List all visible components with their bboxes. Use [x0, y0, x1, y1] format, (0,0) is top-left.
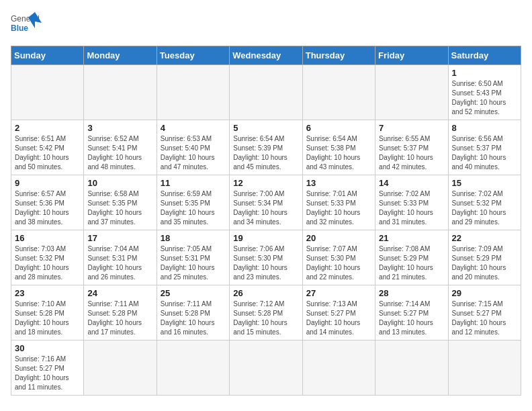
calendar-cell — [11, 65, 84, 120]
calendar-cell — [230, 65, 302, 120]
day-number: 23 — [15, 288, 80, 298]
header-day-friday: Friday — [375, 46, 448, 65]
logo-svg: General Blue — [11, 11, 44, 40]
logo: General Blue — [11, 11, 44, 40]
header: General Blue — [11, 11, 521, 40]
calendar-cell: 1Sunrise: 6:50 AM Sunset: 5:43 PM Daylig… — [448, 65, 521, 120]
calendar-cell: 16Sunrise: 7:03 AM Sunset: 5:32 PM Dayli… — [11, 230, 84, 285]
day-number: 8 — [452, 123, 517, 133]
calendar-cell: 11Sunrise: 6:59 AM Sunset: 5:35 PM Dayli… — [157, 175, 229, 230]
day-number: 9 — [15, 178, 80, 188]
day-info: Sunrise: 6:54 AM Sunset: 5:39 PM Dayligh… — [233, 134, 298, 172]
day-number: 6 — [306, 123, 371, 133]
calendar: SundayMondayTuesdayWednesdayThursdayFrid… — [11, 46, 521, 396]
day-info: Sunrise: 7:14 AM Sunset: 5:27 PM Dayligh… — [379, 300, 444, 337]
calendar-cell: 29Sunrise: 7:15 AM Sunset: 5:27 PM Dayli… — [448, 285, 521, 340]
day-number: 7 — [379, 123, 444, 133]
calendar-cell — [448, 340, 521, 396]
header-day-tuesday: Tuesday — [157, 46, 229, 65]
calendar-cell: 14Sunrise: 7:02 AM Sunset: 5:33 PM Dayli… — [375, 175, 448, 230]
header-day-saturday: Saturday — [448, 46, 521, 65]
calendar-cell: 26Sunrise: 7:12 AM Sunset: 5:28 PM Dayli… — [230, 285, 302, 340]
header-day-sunday: Sunday — [11, 46, 84, 65]
day-number: 28 — [379, 288, 444, 298]
day-info: Sunrise: 7:04 AM Sunset: 5:31 PM Dayligh… — [87, 244, 152, 282]
day-number: 16 — [15, 233, 80, 243]
calendar-cell — [84, 340, 157, 396]
calendar-cell: 21Sunrise: 7:08 AM Sunset: 5:29 PM Dayli… — [375, 230, 448, 285]
day-number: 2 — [15, 123, 80, 133]
day-number: 20 — [306, 233, 371, 243]
calendar-cell: 25Sunrise: 7:11 AM Sunset: 5:28 PM Dayli… — [157, 285, 229, 340]
day-info: Sunrise: 6:56 AM Sunset: 5:37 PM Dayligh… — [452, 134, 517, 172]
calendar-cell: 8Sunrise: 6:56 AM Sunset: 5:37 PM Daylig… — [448, 120, 521, 175]
day-info: Sunrise: 6:55 AM Sunset: 5:37 PM Dayligh… — [379, 134, 444, 172]
calendar-cell — [84, 65, 157, 120]
day-info: Sunrise: 6:57 AM Sunset: 5:36 PM Dayligh… — [15, 189, 80, 227]
day-number: 25 — [161, 288, 226, 298]
day-number: 27 — [306, 288, 371, 298]
calendar-cell: 23Sunrise: 7:10 AM Sunset: 5:28 PM Dayli… — [11, 285, 84, 340]
calendar-cell — [230, 340, 302, 396]
calendar-cell: 28Sunrise: 7:14 AM Sunset: 5:27 PM Dayli… — [375, 285, 448, 340]
day-number: 4 — [161, 123, 226, 133]
day-info: Sunrise: 7:13 AM Sunset: 5:27 PM Dayligh… — [306, 300, 371, 337]
calendar-cell: 2Sunrise: 6:51 AM Sunset: 5:42 PM Daylig… — [11, 120, 84, 175]
svg-text:Blue: Blue — [11, 24, 28, 33]
calendar-cell: 24Sunrise: 7:11 AM Sunset: 5:28 PM Dayli… — [84, 285, 157, 340]
day-number: 18 — [161, 233, 226, 243]
header-day-monday: Monday — [84, 46, 157, 65]
calendar-cell: 7Sunrise: 6:55 AM Sunset: 5:37 PM Daylig… — [375, 120, 448, 175]
calendar-cell: 19Sunrise: 7:06 AM Sunset: 5:30 PM Dayli… — [230, 230, 302, 285]
calendar-cell — [157, 65, 229, 120]
calendar-cell: 15Sunrise: 7:02 AM Sunset: 5:32 PM Dayli… — [448, 175, 521, 230]
calendar-cell: 17Sunrise: 7:04 AM Sunset: 5:31 PM Dayli… — [84, 230, 157, 285]
day-number: 14 — [379, 178, 444, 188]
day-number: 11 — [161, 178, 226, 188]
day-info: Sunrise: 7:11 AM Sunset: 5:28 PM Dayligh… — [87, 300, 152, 337]
day-info: Sunrise: 7:09 AM Sunset: 5:29 PM Dayligh… — [452, 244, 517, 282]
day-info: Sunrise: 7:05 AM Sunset: 5:31 PM Dayligh… — [161, 244, 226, 282]
day-info: Sunrise: 7:00 AM Sunset: 5:34 PM Dayligh… — [233, 189, 298, 227]
day-number: 10 — [87, 178, 152, 188]
calendar-cell: 18Sunrise: 7:05 AM Sunset: 5:31 PM Dayli… — [157, 230, 229, 285]
day-info: Sunrise: 7:11 AM Sunset: 5:28 PM Dayligh… — [161, 300, 226, 337]
calendar-cell — [302, 340, 375, 396]
calendar-cell: 9Sunrise: 6:57 AM Sunset: 5:36 PM Daylig… — [11, 175, 84, 230]
calendar-cell: 3Sunrise: 6:52 AM Sunset: 5:41 PM Daylig… — [84, 120, 157, 175]
calendar-cell: 4Sunrise: 6:53 AM Sunset: 5:40 PM Daylig… — [157, 120, 229, 175]
day-info: Sunrise: 7:06 AM Sunset: 5:30 PM Dayligh… — [233, 244, 298, 282]
calendar-cell: 6Sunrise: 6:54 AM Sunset: 5:38 PM Daylig… — [302, 120, 375, 175]
day-number: 3 — [87, 123, 152, 133]
day-number: 15 — [452, 178, 517, 188]
day-info: Sunrise: 7:02 AM Sunset: 5:33 PM Dayligh… — [379, 189, 444, 227]
day-number: 29 — [452, 288, 517, 298]
calendar-cell — [375, 340, 448, 396]
day-info: Sunrise: 6:58 AM Sunset: 5:35 PM Dayligh… — [87, 189, 152, 227]
day-info: Sunrise: 6:50 AM Sunset: 5:43 PM Dayligh… — [452, 79, 517, 117]
day-info: Sunrise: 6:52 AM Sunset: 5:41 PM Dayligh… — [87, 134, 152, 172]
day-number: 24 — [87, 288, 152, 298]
header-day-thursday: Thursday — [302, 46, 375, 65]
day-number: 17 — [87, 233, 152, 243]
day-info: Sunrise: 7:01 AM Sunset: 5:33 PM Dayligh… — [306, 189, 371, 227]
day-info: Sunrise: 7:07 AM Sunset: 5:30 PM Dayligh… — [306, 244, 371, 282]
calendar-cell — [302, 65, 375, 120]
day-number: 13 — [306, 178, 371, 188]
day-number: 22 — [452, 233, 517, 243]
day-info: Sunrise: 6:51 AM Sunset: 5:42 PM Dayligh… — [15, 134, 80, 172]
day-info: Sunrise: 6:53 AM Sunset: 5:40 PM Dayligh… — [161, 134, 226, 172]
day-number: 30 — [15, 343, 80, 353]
day-number: 12 — [233, 178, 298, 188]
day-info: Sunrise: 7:16 AM Sunset: 5:27 PM Dayligh… — [15, 355, 80, 392]
day-info: Sunrise: 7:02 AM Sunset: 5:32 PM Dayligh… — [452, 189, 517, 227]
day-info: Sunrise: 7:15 AM Sunset: 5:27 PM Dayligh… — [452, 300, 517, 337]
calendar-cell: 30Sunrise: 7:16 AM Sunset: 5:27 PM Dayli… — [11, 340, 84, 396]
day-number: 5 — [233, 123, 298, 133]
day-info: Sunrise: 6:54 AM Sunset: 5:38 PM Dayligh… — [306, 134, 371, 172]
day-info: Sunrise: 7:08 AM Sunset: 5:29 PM Dayligh… — [379, 244, 444, 282]
calendar-cell — [375, 65, 448, 120]
day-info: Sunrise: 7:10 AM Sunset: 5:28 PM Dayligh… — [15, 300, 80, 337]
day-number: 21 — [379, 233, 444, 243]
calendar-cell: 10Sunrise: 6:58 AM Sunset: 5:35 PM Dayli… — [84, 175, 157, 230]
